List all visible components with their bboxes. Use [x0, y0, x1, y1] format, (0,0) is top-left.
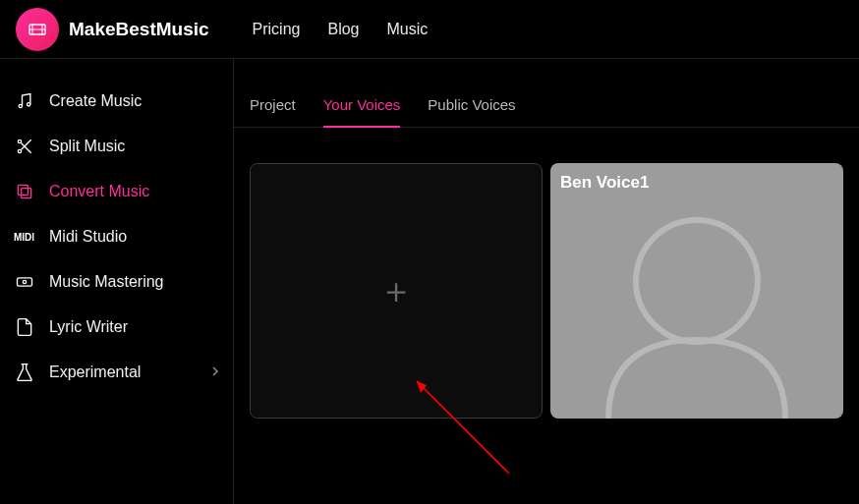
flask-icon [14, 362, 35, 383]
topbar: MakeBestMusic Pricing Blog Music [0, 0, 859, 59]
sidebar-item-split-music[interactable]: Split Music [0, 124, 233, 169]
svg-point-6 [18, 140, 21, 142]
chevron-right-icon [211, 364, 219, 380]
logo-icon [16, 8, 59, 51]
sidebar-item-create-music[interactable]: Create Music [0, 79, 233, 124]
tab-public-voices[interactable]: Public Voices [428, 96, 515, 127]
svg-rect-9 [22, 189, 31, 198]
music-note-icon [14, 90, 35, 112]
split-icon [14, 136, 35, 157]
convert-icon [14, 181, 35, 202]
midi-icon: MIDI [14, 226, 35, 248]
voice-cards: ＋ Ben Voice1 [234, 128, 859, 419]
brand-text: MakeBestMusic [69, 19, 209, 40]
sidebar-label: Split Music [49, 138, 125, 155]
svg-rect-8 [18, 185, 28, 195]
nav-pricing[interactable]: Pricing [253, 21, 301, 38]
sidebar-label: Convert Music [49, 183, 149, 200]
nav-blog[interactable]: Blog [327, 21, 359, 38]
sidebar-label: Experimental [49, 364, 141, 381]
voice-card[interactable]: Ben Voice1 [550, 163, 843, 419]
svg-point-14 [636, 220, 758, 342]
svg-point-5 [28, 103, 30, 106]
sidebar-item-lyric-writer[interactable]: Lyric Writer [0, 305, 233, 350]
sidebar-item-midi-studio[interactable]: MIDI Midi Studio [0, 214, 233, 259]
sidebar-item-music-mastering[interactable]: Music Mastering [0, 259, 233, 305]
sidebar-label: Midi Studio [49, 228, 127, 246]
sidebar: Create Music Split Music Convert Music [0, 59, 234, 504]
svg-text:MIDI: MIDI [14, 232, 34, 243]
svg-rect-11 [18, 278, 32, 286]
mastering-icon [14, 271, 35, 293]
tab-your-voices[interactable]: Your Voices [323, 96, 401, 127]
logo[interactable]: MakeBestMusic [16, 8, 209, 51]
tab-project[interactable]: Project [250, 96, 296, 127]
top-nav: Pricing Blog Music [253, 21, 429, 38]
tabs: Project Your Voices Public Voices [234, 59, 859, 128]
avatar-placeholder-icon [579, 193, 815, 419]
nav-music[interactable]: Music [387, 21, 429, 38]
sidebar-label: Lyric Writer [49, 318, 128, 336]
plus-icon: ＋ [378, 273, 414, 308]
svg-point-4 [19, 104, 22, 107]
svg-point-12 [23, 280, 26, 283]
sidebar-label: Create Music [49, 92, 142, 110]
svg-point-7 [18, 149, 21, 152]
voice-card-title: Ben Voice1 [560, 173, 649, 193]
sidebar-item-convert-music[interactable]: Convert Music [0, 169, 233, 214]
lyric-icon [14, 316, 35, 338]
sidebar-item-experimental[interactable]: Experimental [0, 350, 233, 395]
main-content: Project Your Voices Public Voices ＋ Ben … [234, 59, 859, 504]
sidebar-label: Music Mastering [49, 273, 163, 291]
add-voice-card[interactable]: ＋ [250, 163, 543, 419]
